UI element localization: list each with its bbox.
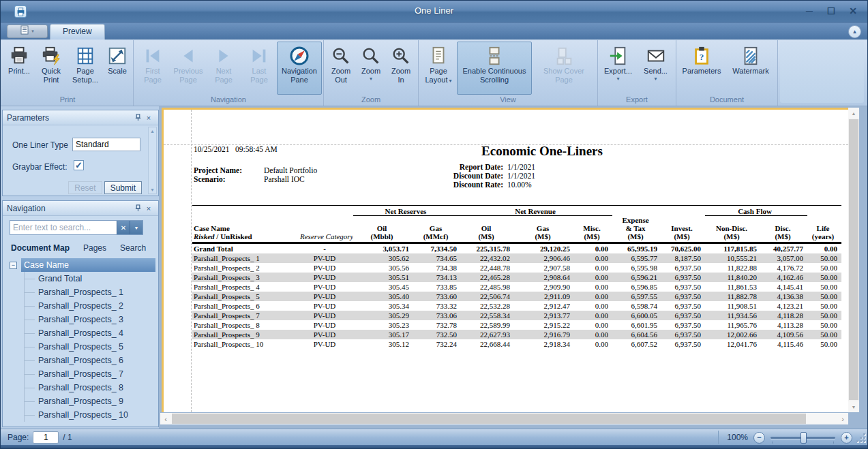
table-cell: 0.00	[807, 243, 841, 253]
report-info-row: Scenario:Parshall IOC	[194, 175, 317, 184]
one-liner-window: { "window": { "title": "One Liner" }, "t…	[0, 0, 868, 449]
table-cell: 22,668.44	[461, 339, 514, 349]
horizontal-scrollbar-thumb[interactable]	[172, 414, 806, 424]
ribbon-button-page-layout[interactable]: PageLayout▾	[420, 42, 457, 95]
tree-item-parshall-prospects-8[interactable]: Parshall_Prospects_ 8	[25, 381, 155, 394]
table-cell: 50.00	[807, 253, 841, 263]
tree-item-parshall-prospects-10[interactable]: Parshall_Prospects_ 10	[25, 408, 155, 422]
scroll-right-icon[interactable]: ›	[837, 413, 848, 424]
zoom-slider[interactable]	[770, 432, 835, 444]
zoom-out-button[interactable]: −	[753, 432, 765, 444]
ribbon-button-scale[interactable]: Scale	[103, 42, 132, 95]
tree-root-label[interactable]: Case Name	[21, 258, 155, 272]
chevron-down-icon: ▾	[449, 78, 452, 84]
graybar-effect-checkbox[interactable]: ✓	[74, 160, 84, 170]
table-cell: Parshall_Prospects_ 9	[192, 330, 299, 339]
tree-node-case-name[interactable]: −Case Name	[10, 258, 155, 272]
zoom-in-button[interactable]: +	[841, 432, 852, 444]
ribbon-group-label: Document	[678, 95, 776, 106]
zoom-slider-thumb[interactable]	[800, 432, 807, 444]
column-header: Expense& Tax(M$)	[612, 216, 661, 243]
resize-grip[interactable]	[856, 433, 865, 443]
table-cell: 732.78	[413, 320, 461, 330]
table-cell: 11,965.76	[705, 320, 761, 330]
parameters-scrollbar[interactable]: ▲ ▼	[148, 127, 157, 194]
file-menu-button[interactable]: ▾	[7, 25, 48, 38]
table-header-row: Case NameRisked / UnRiskedReserve Catego…	[192, 216, 841, 243]
ribbon-button-label: NavigationPane	[282, 67, 317, 84]
table-row: Parshall_Prospects_ 2PV-UD305.56734.3822…	[192, 263, 841, 273]
navigation-panel: Navigation × ✕ ▼ Document MapPagesSearch…	[2, 200, 159, 427]
tree-item-parshall-prospects-4[interactable]: Parshall_Prospects_ 4	[25, 326, 155, 340]
one-liner-type-input[interactable]	[72, 138, 140, 151]
ribbon-button-navigation-pane[interactable]: NavigationPane	[277, 42, 322, 95]
close-icon[interactable]: ✕	[845, 5, 860, 17]
ribbon-button-last-page: LastPage	[241, 42, 277, 95]
ribbon-button-send[interactable]: Send...▾	[637, 42, 674, 95]
table-group-header-row: Net ReservesNet RevenueCash Flow	[192, 206, 841, 216]
tab-preview[interactable]: Preview	[50, 24, 105, 40]
tree-item-parshall-prospects-1[interactable]: Parshall_Prospects_ 1	[25, 285, 155, 299]
vertical-scrollbar-thumb[interactable]	[849, 119, 858, 400]
close-icon[interactable]: ×	[143, 112, 154, 123]
tree-collapse-icon[interactable]: −	[10, 262, 17, 269]
table-cell: 2,913.77	[514, 311, 574, 320]
tree-item-parshall-prospects-9[interactable]: Parshall_Prospects_ 9	[25, 394, 155, 408]
ribbon-button-page-setup[interactable]: PageSetup...	[68, 42, 103, 95]
ribbon-button-label: ZoomIn	[391, 67, 410, 84]
scroll-left-icon[interactable]: ‹	[160, 413, 171, 424]
table-cell: 733.06	[413, 311, 461, 320]
table-cell: 50.00	[807, 282, 841, 292]
status-bar: Page: / 1 100% − +	[1, 429, 867, 445]
page-number-input[interactable]	[33, 431, 59, 444]
table-cell: 3,057.00	[761, 253, 807, 263]
horizontal-scrollbar[interactable]: ‹ ›	[160, 413, 848, 424]
tree-item-parshall-prospects-3[interactable]: Parshall_Prospects_ 3	[25, 313, 155, 326]
table-cell: Parshall_Prospects_ 6	[192, 301, 299, 311]
tree-item-parshall-prospects-2[interactable]: Parshall_Prospects_ 2	[25, 299, 155, 313]
ribbon-button-zoom-out[interactable]: ZoomOut	[325, 42, 357, 95]
maximize-icon[interactable]: ☐	[824, 5, 839, 17]
scroll-down-icon[interactable]: ▼	[848, 401, 859, 412]
search-options-dropdown-icon[interactable]: ▼	[130, 221, 143, 234]
chevron-down-icon: ▾	[31, 29, 34, 34]
table-cell: 0.00	[574, 320, 612, 330]
ribbon-button-quick-print[interactable]: QuickPrint	[35, 42, 68, 95]
ribbon-button-label: PageLayout▾	[425, 67, 451, 85]
ribbon-button-export[interactable]: Export...▾	[599, 42, 637, 95]
nav-tab-search-results[interactable]: Search Results	[113, 243, 146, 253]
ribbon-button-watermark[interactable]: Watermark	[725, 42, 776, 95]
scroll-up-icon[interactable]: ▲	[149, 127, 156, 135]
page-setup-icon	[74, 45, 96, 67]
table-cell: 0.00	[574, 339, 612, 349]
parameters-panel: Parameters × One Liner Type Graybar Effe…	[2, 110, 159, 196]
nav-tab-pages[interactable]: Pages	[76, 243, 113, 253]
table-cell: 2,918.34	[514, 339, 574, 349]
table-cell: 6,604.56	[612, 330, 661, 339]
scroll-up-icon[interactable]: ▲	[848, 108, 859, 119]
table-cell: 50.00	[807, 339, 841, 349]
ribbon-button-enable-continuous-scrolling[interactable]: Enable ContinuousScrolling	[457, 42, 532, 95]
nav-tab-document-map[interactable]: Document Map	[10, 243, 76, 253]
ribbon-button-print[interactable]: Print...	[3, 42, 35, 95]
ribbon-button-label: Show CoverPage	[543, 67, 584, 84]
close-icon[interactable]: ×	[143, 203, 154, 214]
tree-item-parshall-prospects-7[interactable]: Parshall_Prospects_ 7	[25, 367, 155, 381]
ribbon-button-zoom[interactable]: Zoom▾	[357, 42, 385, 95]
search-input[interactable]	[10, 221, 117, 234]
pin-icon[interactable]	[132, 203, 143, 214]
ribbon-button-zoom-in[interactable]: ZoomIn	[385, 42, 417, 95]
table-cell: 6,937.50	[661, 263, 705, 273]
tree-item-parshall-prospects-5[interactable]: Parshall_Prospects_ 5	[25, 340, 155, 354]
last-page-icon	[248, 45, 270, 67]
tree-item-parshall-prospects-6[interactable]: Parshall_Prospects_ 6	[25, 354, 155, 367]
pin-icon[interactable]	[132, 112, 143, 123]
vertical-scrollbar[interactable]: ▲ ▼	[848, 108, 859, 412]
ribbon-collapse-button[interactable]: ▲	[848, 25, 861, 38]
ribbon-button-parameters[interactable]: ?Parameters	[678, 42, 725, 95]
minimize-icon[interactable]: ─	[802, 5, 817, 17]
scroll-down-icon[interactable]: ▼	[149, 186, 156, 193]
tree-item-grand-total[interactable]: Grand Total	[25, 272, 155, 285]
submit-button[interactable]: Submit	[104, 181, 142, 194]
search-clear-icon[interactable]: ✕	[117, 221, 130, 234]
